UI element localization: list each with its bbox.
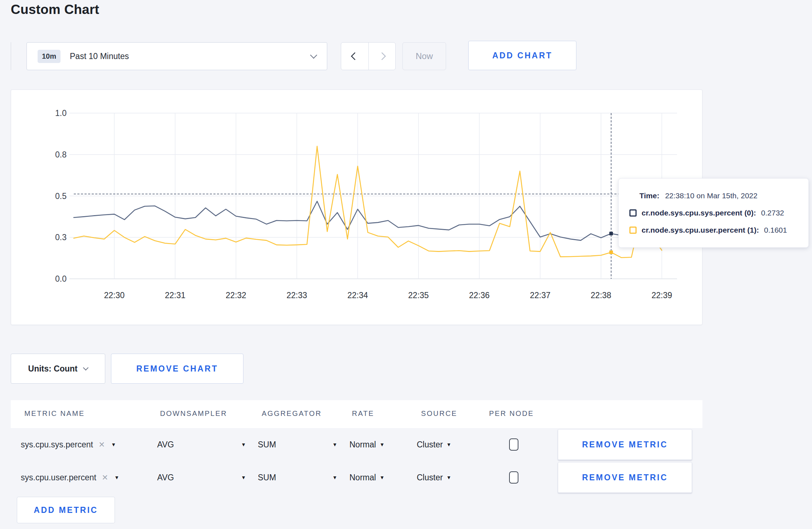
remove-metric-button[interactable]: REMOVE METRIC bbox=[558, 429, 692, 460]
per-node-checkbox[interactable] bbox=[509, 471, 518, 484]
table-row: sys.cpu.user.percent × ▼ AVG ▼ SUM ▼ Nor… bbox=[11, 461, 702, 494]
caret-down-icon: ▼ bbox=[114, 475, 119, 480]
timescale-badge: 10m bbox=[38, 50, 61, 63]
svg-text:0.8: 0.8 bbox=[55, 150, 67, 159]
tooltip-time-row: Time: 22:38:10 on Mar 15th, 2022 bbox=[629, 187, 798, 204]
downsampler-value: AVG bbox=[157, 473, 174, 482]
add-metric-label: ADD METRIC bbox=[34, 505, 98, 515]
tooltip-series-row: cr.node.sys.cpu.sys.percent (0): 0.2732 bbox=[629, 204, 798, 222]
tooltip-series-value: 0.1601 bbox=[764, 226, 787, 234]
caret-down-icon: ▼ bbox=[332, 442, 337, 447]
per-node-checkbox[interactable] bbox=[509, 438, 518, 451]
metric-name-value: sys.cpu.sys.percent bbox=[21, 440, 93, 450]
caret-down-icon: ▼ bbox=[380, 475, 385, 480]
svg-text:22:35: 22:35 bbox=[408, 291, 429, 300]
page-title: Custom Chart bbox=[11, 2, 99, 17]
svg-text:0.3: 0.3 bbox=[55, 233, 67, 242]
rate-value: Normal bbox=[349, 440, 376, 450]
units-dropdown[interactable]: Units: Count bbox=[11, 354, 105, 384]
tooltip-series-label: cr.node.sys.cpu.sys.percent (0): bbox=[642, 209, 756, 217]
rate-select[interactable]: Normal ▼ bbox=[349, 461, 385, 494]
source-value: Cluster bbox=[417, 440, 443, 450]
chart-card: 0.00.30.50.81.022:3022:3122:3222:3322:34… bbox=[11, 89, 702, 325]
svg-text:1.0: 1.0 bbox=[55, 108, 67, 118]
timescale-label: Past 10 Minutes bbox=[70, 52, 129, 61]
svg-text:22:31: 22:31 bbox=[165, 291, 185, 300]
chevron-right-icon bbox=[378, 52, 386, 60]
remove-metric-button[interactable]: REMOVE METRIC bbox=[558, 462, 692, 493]
svg-text:22:37: 22:37 bbox=[530, 291, 551, 300]
series-swatch-icon bbox=[629, 209, 637, 217]
svg-text:22:30: 22:30 bbox=[104, 291, 125, 300]
add-chart-button[interactable]: ADD CHART bbox=[468, 41, 576, 70]
metric-name-value: sys.cpu.user.percent bbox=[21, 473, 96, 482]
aggregator-value: SUM bbox=[258, 440, 276, 450]
rate-select[interactable]: Normal ▼ bbox=[349, 428, 385, 461]
downsampler-select[interactable]: AVG ▼ bbox=[157, 461, 246, 494]
source-select[interactable]: Cluster ▼ bbox=[417, 428, 451, 461]
remove-chart-label: REMOVE CHART bbox=[136, 364, 218, 374]
metric-name-select[interactable]: sys.cpu.sys.percent × ▼ bbox=[21, 428, 116, 461]
now-button[interactable]: Now bbox=[402, 42, 446, 70]
timescale-dropdown[interactable]: 10m Past 10 Minutes bbox=[26, 42, 327, 70]
header-rate: RATE bbox=[352, 409, 374, 418]
time-prev-button[interactable] bbox=[341, 43, 368, 70]
time-nav-group bbox=[341, 42, 396, 70]
caret-down-icon: ▼ bbox=[241, 475, 246, 480]
svg-text:22:32: 22:32 bbox=[226, 291, 246, 300]
header-aggregator: AGGREGATOR bbox=[262, 409, 322, 418]
add-metric-button[interactable]: ADD METRIC bbox=[17, 497, 115, 523]
caret-down-icon: ▼ bbox=[380, 442, 385, 447]
metric-name-select[interactable]: sys.cpu.user.percent × ▼ bbox=[21, 461, 119, 494]
aggregator-select[interactable]: SUM ▼ bbox=[258, 461, 337, 494]
chart-tooltip: Time: 22:38:10 on Mar 15th, 2022 cr.node… bbox=[618, 178, 809, 248]
svg-text:0.0: 0.0 bbox=[55, 274, 67, 283]
remove-metric-label: REMOVE METRIC bbox=[582, 473, 668, 482]
aggregator-select[interactable]: SUM ▼ bbox=[258, 428, 337, 461]
toolbar-divider bbox=[11, 42, 11, 70]
svg-text:22:33: 22:33 bbox=[286, 291, 307, 300]
svg-text:0.5: 0.5 bbox=[55, 191, 67, 201]
clear-icon[interactable]: × bbox=[102, 472, 108, 482]
time-next-button[interactable] bbox=[368, 43, 396, 70]
table-row: sys.cpu.sys.percent × ▼ AVG ▼ SUM ▼ Norm… bbox=[11, 428, 702, 461]
header-source: SOURCE bbox=[421, 409, 457, 418]
downsampler-value: AVG bbox=[157, 440, 174, 450]
metrics-table-header: METRIC NAME DOWNSAMPLER AGGREGATOR RATE … bbox=[11, 400, 702, 428]
downsampler-select[interactable]: AVG ▼ bbox=[157, 428, 246, 461]
tooltip-series-label: cr.node.sys.cpu.user.percent (1): bbox=[642, 226, 759, 234]
remove-chart-button[interactable]: REMOVE CHART bbox=[111, 354, 243, 384]
header-per-node: PER NODE bbox=[489, 409, 534, 418]
caret-down-icon: ▼ bbox=[446, 475, 451, 480]
svg-text:22:36: 22:36 bbox=[469, 291, 490, 300]
header-metric-name: METRIC NAME bbox=[24, 409, 85, 418]
header-downsampler: DOWNSAMPLER bbox=[160, 409, 227, 418]
caret-down-icon: ▼ bbox=[446, 442, 451, 447]
units-label: Units: Count bbox=[28, 364, 78, 374]
series-swatch-icon bbox=[629, 227, 637, 234]
source-value: Cluster bbox=[417, 473, 443, 482]
caret-down-icon: ▼ bbox=[111, 442, 116, 447]
svg-text:22:38: 22:38 bbox=[591, 291, 612, 300]
add-chart-label: ADD CHART bbox=[492, 51, 552, 60]
rate-value: Normal bbox=[349, 473, 376, 482]
tooltip-time-label: Time: bbox=[639, 191, 659, 200]
aggregator-value: SUM bbox=[258, 473, 276, 482]
chevron-down-icon bbox=[83, 365, 89, 370]
clear-icon[interactable]: × bbox=[99, 440, 105, 450]
tooltip-time-value: 22:38:10 on Mar 15th, 2022 bbox=[665, 191, 758, 200]
tooltip-series-value: 0.2732 bbox=[761, 209, 784, 217]
chevron-left-icon bbox=[351, 52, 359, 60]
chevron-down-icon bbox=[310, 52, 317, 59]
source-select[interactable]: Cluster ▼ bbox=[417, 461, 451, 494]
now-button-label: Now bbox=[416, 51, 433, 61]
remove-metric-label: REMOVE METRIC bbox=[582, 440, 668, 450]
timeseries-chart[interactable]: 0.00.30.50.81.022:3022:3122:3222:3322:34… bbox=[11, 90, 703, 325]
tooltip-series-row: cr.node.sys.cpu.user.percent (1): 0.1601 bbox=[629, 222, 798, 239]
svg-text:22:39: 22:39 bbox=[652, 291, 672, 300]
caret-down-icon: ▼ bbox=[241, 442, 246, 447]
svg-text:22:34: 22:34 bbox=[347, 291, 368, 300]
caret-down-icon: ▼ bbox=[332, 475, 337, 480]
